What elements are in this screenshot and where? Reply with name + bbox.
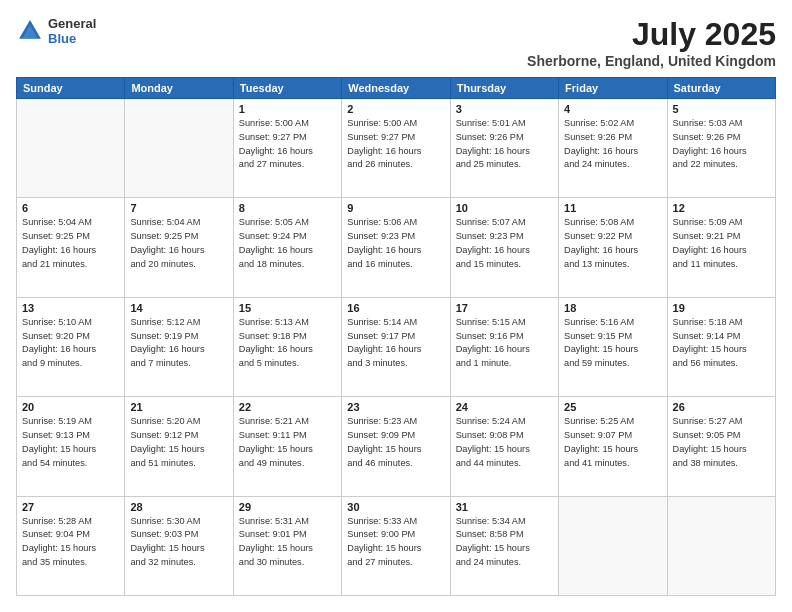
day-info: Sunrise: 5:04 AM Sunset: 9:25 PM Dayligh… [22,216,119,271]
calendar-cell: 11Sunrise: 5:08 AM Sunset: 9:22 PM Dayli… [559,198,667,297]
day-info: Sunrise: 5:33 AM Sunset: 9:00 PM Dayligh… [347,515,444,570]
calendar-cell: 12Sunrise: 5:09 AM Sunset: 9:21 PM Dayli… [667,198,775,297]
calendar-cell: 29Sunrise: 5:31 AM Sunset: 9:01 PM Dayli… [233,496,341,595]
day-info: Sunrise: 5:12 AM Sunset: 9:19 PM Dayligh… [130,316,227,371]
day-number: 28 [130,501,227,513]
weekday-header: Thursday [450,78,558,99]
day-info: Sunrise: 5:31 AM Sunset: 9:01 PM Dayligh… [239,515,336,570]
day-number: 7 [130,202,227,214]
calendar-cell: 9Sunrise: 5:06 AM Sunset: 9:23 PM Daylig… [342,198,450,297]
day-number: 17 [456,302,553,314]
calendar-cell: 26Sunrise: 5:27 AM Sunset: 9:05 PM Dayli… [667,397,775,496]
calendar-cell: 8Sunrise: 5:05 AM Sunset: 9:24 PM Daylig… [233,198,341,297]
header: General Blue July 2025 Sherborne, Englan… [16,16,776,69]
calendar-cell: 20Sunrise: 5:19 AM Sunset: 9:13 PM Dayli… [17,397,125,496]
logo-bottom: Blue [48,31,96,46]
day-info: Sunrise: 5:00 AM Sunset: 9:27 PM Dayligh… [347,117,444,172]
calendar-cell: 25Sunrise: 5:25 AM Sunset: 9:07 PM Dayli… [559,397,667,496]
calendar-cell: 7Sunrise: 5:04 AM Sunset: 9:25 PM Daylig… [125,198,233,297]
calendar-week-row: 27Sunrise: 5:28 AM Sunset: 9:04 PM Dayli… [17,496,776,595]
weekday-header: Monday [125,78,233,99]
logo-icon [16,17,44,45]
calendar-cell: 10Sunrise: 5:07 AM Sunset: 9:23 PM Dayli… [450,198,558,297]
day-info: Sunrise: 5:23 AM Sunset: 9:09 PM Dayligh… [347,415,444,470]
calendar-cell [17,99,125,198]
calendar-cell: 3Sunrise: 5:01 AM Sunset: 9:26 PM Daylig… [450,99,558,198]
day-info: Sunrise: 5:03 AM Sunset: 9:26 PM Dayligh… [673,117,770,172]
day-info: Sunrise: 5:15 AM Sunset: 9:16 PM Dayligh… [456,316,553,371]
day-number: 18 [564,302,661,314]
day-number: 11 [564,202,661,214]
day-number: 9 [347,202,444,214]
day-number: 21 [130,401,227,413]
weekday-header: Saturday [667,78,775,99]
calendar-week-row: 13Sunrise: 5:10 AM Sunset: 9:20 PM Dayli… [17,297,776,396]
calendar-cell: 2Sunrise: 5:00 AM Sunset: 9:27 PM Daylig… [342,99,450,198]
calendar-week-row: 6Sunrise: 5:04 AM Sunset: 9:25 PM Daylig… [17,198,776,297]
day-number: 24 [456,401,553,413]
day-info: Sunrise: 5:09 AM Sunset: 9:21 PM Dayligh… [673,216,770,271]
calendar-cell: 5Sunrise: 5:03 AM Sunset: 9:26 PM Daylig… [667,99,775,198]
day-number: 23 [347,401,444,413]
day-number: 31 [456,501,553,513]
logo-text: General Blue [48,16,96,46]
calendar-cell: 4Sunrise: 5:02 AM Sunset: 9:26 PM Daylig… [559,99,667,198]
day-info: Sunrise: 5:14 AM Sunset: 9:17 PM Dayligh… [347,316,444,371]
day-info: Sunrise: 5:24 AM Sunset: 9:08 PM Dayligh… [456,415,553,470]
day-number: 29 [239,501,336,513]
day-info: Sunrise: 5:20 AM Sunset: 9:12 PM Dayligh… [130,415,227,470]
weekday-header: Friday [559,78,667,99]
calendar-cell: 14Sunrise: 5:12 AM Sunset: 9:19 PM Dayli… [125,297,233,396]
day-number: 8 [239,202,336,214]
day-number: 1 [239,103,336,115]
logo: General Blue [16,16,96,46]
day-info: Sunrise: 5:18 AM Sunset: 9:14 PM Dayligh… [673,316,770,371]
day-info: Sunrise: 5:34 AM Sunset: 8:58 PM Dayligh… [456,515,553,570]
weekday-header: Tuesday [233,78,341,99]
weekday-header: Sunday [17,78,125,99]
day-number: 30 [347,501,444,513]
calendar-cell [559,496,667,595]
calendar-cell: 28Sunrise: 5:30 AM Sunset: 9:03 PM Dayli… [125,496,233,595]
day-number: 10 [456,202,553,214]
day-number: 26 [673,401,770,413]
day-info: Sunrise: 5:08 AM Sunset: 9:22 PM Dayligh… [564,216,661,271]
day-info: Sunrise: 5:06 AM Sunset: 9:23 PM Dayligh… [347,216,444,271]
sub-title: Sherborne, England, United Kingdom [527,53,776,69]
day-info: Sunrise: 5:30 AM Sunset: 9:03 PM Dayligh… [130,515,227,570]
day-info: Sunrise: 5:00 AM Sunset: 9:27 PM Dayligh… [239,117,336,172]
day-info: Sunrise: 5:05 AM Sunset: 9:24 PM Dayligh… [239,216,336,271]
calendar-cell: 27Sunrise: 5:28 AM Sunset: 9:04 PM Dayli… [17,496,125,595]
day-number: 2 [347,103,444,115]
day-info: Sunrise: 5:16 AM Sunset: 9:15 PM Dayligh… [564,316,661,371]
day-info: Sunrise: 5:02 AM Sunset: 9:26 PM Dayligh… [564,117,661,172]
day-number: 6 [22,202,119,214]
calendar-cell: 18Sunrise: 5:16 AM Sunset: 9:15 PM Dayli… [559,297,667,396]
day-number: 20 [22,401,119,413]
calendar-cell: 24Sunrise: 5:24 AM Sunset: 9:08 PM Dayli… [450,397,558,496]
day-number: 13 [22,302,119,314]
day-info: Sunrise: 5:19 AM Sunset: 9:13 PM Dayligh… [22,415,119,470]
calendar-cell: 22Sunrise: 5:21 AM Sunset: 9:11 PM Dayli… [233,397,341,496]
main-title: July 2025 [527,16,776,53]
day-number: 5 [673,103,770,115]
calendar-body: 1Sunrise: 5:00 AM Sunset: 9:27 PM Daylig… [17,99,776,596]
calendar-cell [667,496,775,595]
day-number: 12 [673,202,770,214]
calendar-table: SundayMondayTuesdayWednesdayThursdayFrid… [16,77,776,596]
day-number: 14 [130,302,227,314]
calendar-cell: 1Sunrise: 5:00 AM Sunset: 9:27 PM Daylig… [233,99,341,198]
day-number: 25 [564,401,661,413]
calendar-cell: 31Sunrise: 5:34 AM Sunset: 8:58 PM Dayli… [450,496,558,595]
calendar-cell: 17Sunrise: 5:15 AM Sunset: 9:16 PM Dayli… [450,297,558,396]
calendar-cell: 16Sunrise: 5:14 AM Sunset: 9:17 PM Dayli… [342,297,450,396]
title-block: July 2025 Sherborne, England, United Kin… [527,16,776,69]
calendar-header: SundayMondayTuesdayWednesdayThursdayFrid… [17,78,776,99]
day-number: 22 [239,401,336,413]
day-number: 19 [673,302,770,314]
calendar-cell: 21Sunrise: 5:20 AM Sunset: 9:12 PM Dayli… [125,397,233,496]
day-info: Sunrise: 5:13 AM Sunset: 9:18 PM Dayligh… [239,316,336,371]
weekday-row: SundayMondayTuesdayWednesdayThursdayFrid… [17,78,776,99]
day-number: 16 [347,302,444,314]
page: General Blue July 2025 Sherborne, Englan… [0,0,792,612]
